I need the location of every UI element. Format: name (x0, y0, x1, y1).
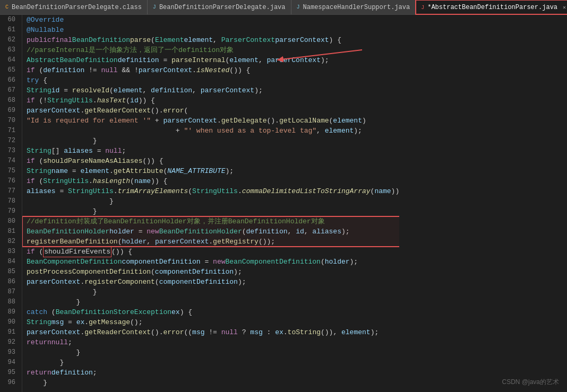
code-line: @Override (27, 15, 399, 25)
code-line: postProcessComponentDefinition(component… (27, 267, 399, 277)
code-line: //definition封装成了BeanDefinitionHolder对象，并… (27, 216, 399, 227)
tab-java1-label: BeanDefinitionParserDelegate.java (159, 4, 286, 11)
line-number: 82 (4, 237, 18, 247)
code-line: //parseInternal是一个抽象方法，返回了一个definition对象 (27, 45, 399, 55)
code-line: aliases = StringUtils.trimArrayElements(… (27, 186, 399, 196)
line-number: 84 (4, 257, 18, 267)
tab-java2-label: NamespaceHandlerSupport.java (303, 4, 410, 11)
code-line: String id = resolveId(element, definitio… (27, 85, 399, 95)
line-number: 73 (4, 146, 18, 156)
code-line: try { (27, 75, 399, 85)
line-number: 75 (4, 166, 18, 176)
line-number: 70 (4, 116, 18, 126)
code-line: } (27, 297, 399, 307)
tab-active-label: *AbstractBeanDefinitionParser.java (427, 4, 557, 11)
tab-active-close[interactable]: ✕ (563, 4, 566, 11)
tab-java2-icon: J (297, 4, 300, 10)
code-line: String msg = ex.getMessage(); (27, 317, 399, 327)
code-line: AbstractBeanDefinition definition = pars… (27, 55, 399, 65)
code-line: } (27, 378, 399, 388)
code-line: String name = element.getAttribute(NAME_… (27, 166, 399, 176)
line-number: 69 (4, 106, 18, 116)
line-number: 91 (4, 327, 18, 337)
line-number: 83 (4, 247, 18, 257)
line-number: 64 (4, 55, 18, 65)
code-line: if (shouldParseNameAsAliases()) { (27, 156, 399, 166)
line-number: 90 (4, 317, 18, 327)
line-number: 94 (4, 358, 18, 368)
line-number: 74 (4, 156, 18, 166)
code-line: } (27, 358, 399, 368)
line-number: 85 (4, 267, 18, 277)
code-line: } (27, 347, 399, 358)
line-number: 81 (4, 227, 18, 237)
line-number: 62 (4, 35, 18, 45)
tab-class-label: BeanDefinitionParserDelegate.class (12, 4, 142, 11)
line-number: 68 (4, 95, 18, 106)
watermark: CSDN @java的艺术 (502, 378, 559, 387)
code-line: if (StringUtils.hasLength(name)) { (27, 176, 399, 186)
code-line: registerBeanDefinition(holder, parserCon… (27, 237, 399, 247)
code-line: BeanDefinitionHolder holder = new BeanDe… (27, 227, 399, 237)
line-number: 71 (4, 126, 18, 136)
line-number: 63 (4, 45, 18, 55)
code-line: } (27, 196, 399, 206)
line-number: 78 (4, 196, 18, 206)
code-line: } (27, 287, 399, 297)
line-number: 89 (4, 307, 18, 317)
tab-class-icon: C (5, 4, 8, 10)
line-numbers-column: 6061626364656667686970717273747576777879… (0, 15, 22, 392)
tab-active-icon: J (421, 5, 424, 11)
code-line: @Nullable (27, 25, 399, 35)
line-number: 96 (4, 378, 18, 388)
line-number: 92 (4, 337, 18, 347)
line-number: 93 (4, 347, 18, 358)
code-line: if (shouldFireEvents()) { (27, 247, 399, 257)
tab-active[interactable]: J *AbstractBeanDefinitionParser.java ✕ (416, 0, 567, 14)
line-number: 60 (4, 15, 18, 25)
tab-java2[interactable]: J NamespaceHandlerSupport.java (291, 0, 416, 14)
lines-wrapper: 6061626364656667686970717273747576777879… (0, 15, 399, 392)
tab-class[interactable]: C BeanDefinitionParserDelegate.class (0, 0, 148, 14)
code-line: } (27, 206, 399, 216)
code-line: if (!StringUtils.hasText(id)) { (27, 95, 399, 106)
code-line: } (27, 136, 399, 146)
line-number: 80 (4, 216, 18, 227)
code-line: return null; (27, 337, 399, 347)
line-number: 77 (4, 186, 18, 196)
line-number: 86 (4, 277, 18, 287)
code-line: catch (BeanDefinitionStoreException ex) … (27, 307, 399, 317)
tab-java1-icon: J (153, 4, 156, 10)
line-number: 76 (4, 176, 18, 186)
code-line: public final BeanDefinition parse(Elemen… (27, 35, 399, 45)
code-line: parserContext.getReaderContext().error((… (27, 327, 399, 337)
line-number: 65 (4, 65, 18, 75)
tab-bar: C BeanDefinitionParserDelegate.class J B… (0, 0, 567, 15)
code-line: String[] aliases = null; (27, 146, 399, 156)
line-number: 67 (4, 85, 18, 95)
code-line: parserContext.registerComponent(componen… (27, 277, 399, 287)
code-line: + "' when used as a top-level tag", elem… (27, 126, 399, 136)
code-container: 6061626364656667686970717273747576777879… (0, 15, 567, 392)
tab-java1[interactable]: J BeanDefinitionParserDelegate.java (148, 0, 291, 14)
code-line: parserContext.getReaderContext().error( (27, 106, 399, 116)
line-number: 87 (4, 287, 18, 297)
code-line: return definition; (27, 368, 399, 378)
line-number: 66 (4, 75, 18, 85)
code-line: "Id is required for element '" + parserC… (27, 116, 399, 126)
line-number: 79 (4, 206, 18, 216)
line-number: 95 (4, 368, 18, 378)
code-area[interactable]: @Override @Nullable public final BeanDef… (22, 15, 399, 392)
line-number: 61 (4, 25, 18, 35)
code-line: BeanComponentDefinition componentDefinit… (27, 257, 399, 267)
code-line: if (definition != null && !parserContext… (27, 65, 399, 75)
line-number: 72 (4, 136, 18, 146)
line-number: 88 (4, 297, 18, 307)
